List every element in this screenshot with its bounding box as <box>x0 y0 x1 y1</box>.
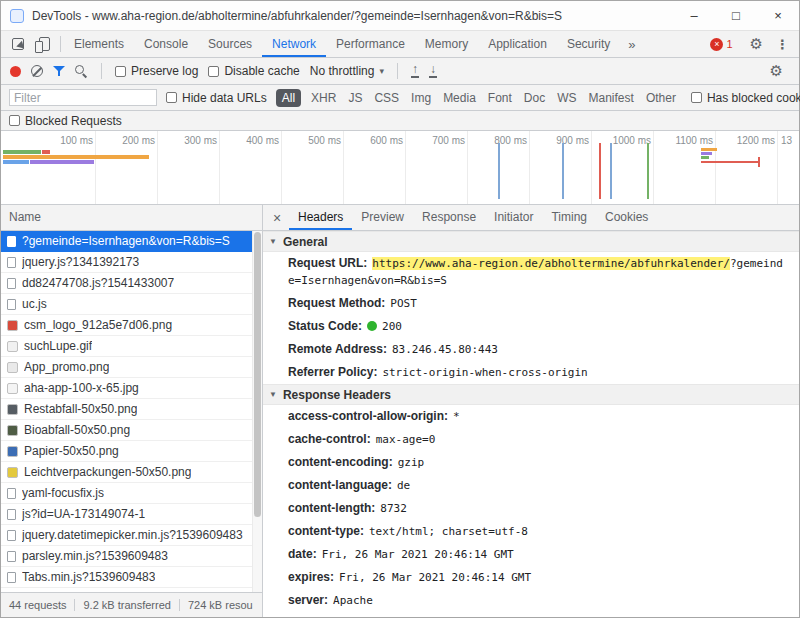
time-tick-label: 400 ms <box>246 135 279 146</box>
time-tick-label: 600 ms <box>370 135 403 146</box>
scrollbar[interactable] <box>252 231 262 592</box>
throttling-select[interactable]: No throttling ▾ <box>310 64 384 78</box>
clear-icon[interactable] <box>31 65 43 77</box>
response-header-row: strict-transport-security:max-age=315360… <box>263 612 799 617</box>
checkbox-icon <box>166 92 177 103</box>
network-settings-gear-icon[interactable]: ⚙ <box>763 62 790 80</box>
network-request-row[interactable]: Leichtverpackungen-50x50.png <box>1 462 262 483</box>
network-request-row[interactable]: dd82474708.js?1541433007 <box>1 273 262 294</box>
resource-type-chip[interactable]: All <box>276 89 301 107</box>
network-request-row[interactable]: aha-app-100-x-65.jpg <box>1 378 262 399</box>
referrer-policy-value: strict-origin-when-cross-origin <box>382 366 587 379</box>
has-blocked-cookies-checkbox[interactable]: Has blocked cookies <box>691 91 800 105</box>
error-count-badge[interactable]: × 1 <box>710 38 732 51</box>
panel-tab[interactable]: Application <box>478 31 557 57</box>
import-har-icon[interactable]: ↑ <box>411 64 419 78</box>
header-name: server: <box>288 593 328 607</box>
resource-type-chip[interactable]: WS <box>551 89 582 107</box>
maximize-button[interactable]: □ <box>715 1 757 30</box>
network-request-row[interactable]: ?gemeinde=Isernhagen&von=R&bis=S <box>1 231 262 252</box>
header-name: cache-control: <box>288 432 371 446</box>
detail-tab[interactable]: Initiator <box>485 205 542 230</box>
resource-type-chip[interactable]: Media <box>437 89 482 107</box>
remote-address-key: Remote Address: <box>288 342 387 356</box>
preserve-log-checkbox[interactable]: Preserve log <box>115 64 198 78</box>
resource-type-chip[interactable]: JS <box>342 89 368 107</box>
scrollbar-thumb[interactable] <box>254 232 261 517</box>
network-request-row[interactable]: jquery.js?1341392173 <box>1 252 262 273</box>
resource-type-chip[interactable]: Manifest <box>583 89 640 107</box>
response-headers-section-header[interactable]: ▼ Response Headers <box>263 384 799 405</box>
export-har-icon[interactable]: ↓ <box>429 64 437 78</box>
network-request-row[interactable]: jquery.datetimepicker.min.js?1539609483 <box>1 525 262 546</box>
timeline-ruler: 100 ms 200 ms 300 ms 400 ms 500 ms 600 m… <box>34 131 799 204</box>
detail-tab[interactable]: Cookies <box>596 205 657 230</box>
detail-tab[interactable]: Preview <box>352 205 413 230</box>
close-details-icon[interactable]: × <box>265 210 289 226</box>
request-method-row: Request Method:POST <box>263 292 799 315</box>
network-request-row[interactable]: yaml-focusfix.js <box>1 483 262 504</box>
network-request-row[interactable]: Papier-50x50.png <box>1 441 262 462</box>
has-blocked-cookies-label: Has blocked cookies <box>707 91 800 105</box>
preserve-log-label: Preserve log <box>131 64 198 78</box>
detail-tab[interactable]: Response <box>413 205 485 230</box>
network-request-row[interactable]: Restabfall-50x50.png <box>1 399 262 420</box>
network-request-row[interactable]: csm_logo_912a5e7d06.png <box>1 315 262 336</box>
panel-tab[interactable]: Console <box>134 31 198 57</box>
toolbar-divider <box>101 63 102 79</box>
remote-address-value: 83.246.45.80:443 <box>392 343 498 356</box>
resource-type-chip[interactable]: CSS <box>368 89 405 107</box>
request-url-key: Request URL: <box>288 256 367 270</box>
filter-funnel-icon[interactable] <box>53 65 65 77</box>
filter-input[interactable] <box>9 89 157 106</box>
network-request-row[interactable]: Tabs.min.js?1539609483 <box>1 567 262 588</box>
detail-tab[interactable]: Timing <box>542 205 596 230</box>
response-header-row: server:Apache <box>263 589 799 612</box>
response-header-row: cache-control:max-age=0 <box>263 428 799 451</box>
header-name: content-length: <box>288 501 375 515</box>
blocked-requests-checkbox[interactable]: Blocked Requests <box>9 114 122 128</box>
network-request-row[interactable]: Bioabfall-50x50.png <box>1 420 262 441</box>
settings-gear-icon[interactable]: ⚙ <box>743 35 770 53</box>
more-tabs-chevron-icon[interactable]: » <box>620 37 643 52</box>
resource-type-chip[interactable]: Doc <box>518 89 551 107</box>
resource-type-chip[interactable]: Font <box>482 89 518 107</box>
minimize-button[interactable]: – <box>673 1 715 30</box>
name-column-header[interactable]: Name <box>1 205 262 231</box>
request-name: jquery.datetimepicker.min.js?1539609483 <box>22 528 243 542</box>
panel-tab[interactable]: Security <box>557 31 620 57</box>
network-request-row[interactable]: Expand.min.js?1539609483 <box>1 588 262 592</box>
panel-tab[interactable]: Network <box>262 31 326 57</box>
disable-cache-checkbox[interactable]: Disable cache <box>208 64 299 78</box>
detail-tab[interactable]: Headers <box>289 205 352 230</box>
panel-tab[interactable]: Sources <box>198 31 262 57</box>
timeline-gridline: 900 ms <box>530 131 592 204</box>
menu-dots-icon[interactable]: ⋮ <box>770 37 795 52</box>
header-value: 8732 <box>380 502 407 515</box>
network-request-row[interactable]: parsley.min.js?1539609483 <box>1 546 262 567</box>
device-toolbar-button[interactable] <box>31 31 57 57</box>
timeline-gridline: 1000 ms <box>592 131 654 204</box>
hide-data-urls-checkbox[interactable]: Hide data URLs <box>166 91 267 105</box>
panel-tab[interactable]: Memory <box>415 31 478 57</box>
network-request-row[interactable]: uc.js <box>1 294 262 315</box>
general-section-header[interactable]: ▼ General <box>263 231 799 252</box>
resource-type-chip[interactable]: Other <box>640 89 682 107</box>
search-icon[interactable] <box>75 65 88 78</box>
panel-tab[interactable]: Elements <box>64 31 134 57</box>
resource-type-chip[interactable]: XHR <box>305 89 342 107</box>
network-request-row[interactable]: App_promo.png <box>1 357 262 378</box>
request-url-row: Request URL:https://www.aha-region.de/ab… <box>263 252 799 292</box>
panel-tab[interactable]: Performance <box>326 31 415 57</box>
record-button[interactable] <box>10 66 21 77</box>
network-overview-timeline[interactable]: 100 ms 200 ms 300 ms 400 ms 500 ms 600 m… <box>1 131 799 205</box>
checkbox-icon <box>115 66 126 77</box>
devtools-window: DevTools - www.aha-region.de/abholtermin… <box>0 0 800 618</box>
devtools-toolbar: Elements Console Sources Network Perform… <box>1 31 799 58</box>
inspect-element-button[interactable] <box>5 31 31 57</box>
network-request-row[interactable]: js?id=UA-173149074-1 <box>1 504 262 525</box>
close-button[interactable]: × <box>757 1 799 30</box>
resource-type-chip[interactable]: Img <box>405 89 437 107</box>
remote-address-row: Remote Address:83.246.45.80:443 <box>263 338 799 361</box>
network-request-row[interactable]: suchLupe.gif <box>1 336 262 357</box>
